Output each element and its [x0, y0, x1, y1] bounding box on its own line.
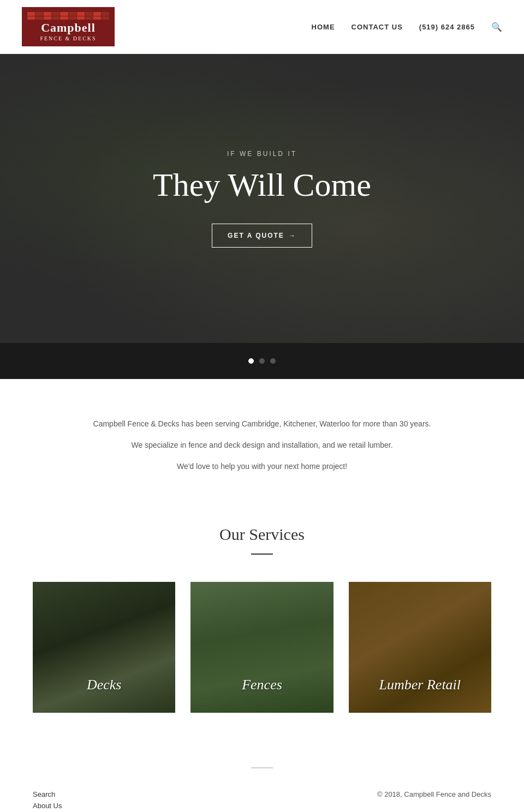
intro-line-2: We specialize in fence and deck design a…: [66, 438, 458, 452]
service-card-decks[interactable]: Decks: [33, 582, 175, 713]
hero-title: They Will Come: [153, 166, 371, 204]
footer-copyright: © 2018, Campbell Fence and Decks: [377, 790, 491, 798]
hero-section: IF WE BUILD IT They Will Come GET A QUOT…: [0, 54, 524, 343]
get-quote-label: GET A QUOTE: [228, 232, 284, 239]
logo-sub: FENCE & DECKS: [40, 35, 96, 41]
slider-dot-2[interactable]: [259, 358, 265, 364]
footer-about-link[interactable]: About Us: [33, 802, 62, 810]
slider-dot-1[interactable]: [248, 358, 254, 364]
lumber-label: Lumber Retail: [349, 677, 491, 693]
get-quote-button[interactable]: GET A QUOTE →: [212, 224, 312, 248]
hero-content: IF WE BUILD IT They Will Come GET A QUOT…: [153, 150, 371, 248]
logo[interactable]: Campbell FENCE & DECKS: [22, 7, 115, 46]
fences-label: Fences: [190, 677, 333, 693]
services-section: Our Services Decks Fences Lumber Retail: [0, 509, 524, 756]
footer: Search About Us © 2018, Campbell Fence a…: [0, 768, 524, 812]
decks-label: Decks: [33, 677, 175, 693]
nav-links: HOME CONTACT US (519) 624 2865 🔍: [312, 22, 502, 32]
search-icon-button[interactable]: 🔍: [491, 22, 502, 32]
services-heading: Our Services: [33, 525, 491, 544]
slider-dots: [0, 343, 524, 379]
decks-bg: [33, 582, 175, 713]
intro-line-3: We'd love to help you with your next hom…: [66, 460, 458, 473]
service-card-lumber[interactable]: Lumber Retail: [349, 582, 491, 713]
footer-search-link[interactable]: Search: [33, 790, 62, 798]
hero-subtitle: IF WE BUILD IT: [153, 150, 371, 158]
slider-dot-3[interactable]: [270, 358, 276, 364]
nav-phone[interactable]: (519) 624 2865: [419, 23, 475, 31]
nav-home[interactable]: HOME: [312, 23, 335, 31]
service-card-fences[interactable]: Fences: [190, 582, 333, 713]
services-divider: [251, 554, 273, 555]
services-grid: Decks Fences Lumber Retail: [33, 582, 491, 713]
nav-contact[interactable]: CONTACT US: [352, 23, 403, 31]
intro-section: Campbell Fence & Decks has been serving …: [0, 379, 524, 509]
arrow-icon: →: [289, 232, 296, 239]
fences-bg: [190, 582, 333, 713]
intro-line-1: Campbell Fence & Decks has been serving …: [66, 417, 458, 431]
navbar: Campbell FENCE & DECKS HOME CONTACT US (…: [0, 0, 524, 54]
footer-links: Search About Us: [33, 790, 62, 810]
lumber-bg: [349, 582, 491, 713]
logo-text: Campbell: [41, 22, 96, 34]
